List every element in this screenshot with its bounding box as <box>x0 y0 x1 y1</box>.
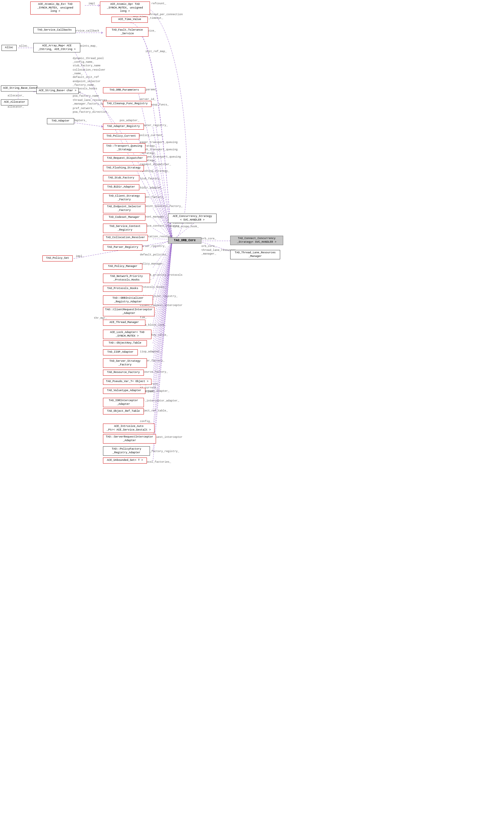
svg-text:dynamic_thread_pool: dynamic_thread_pool <box>73 57 104 60</box>
node-tao-parser-registry: TAO_Parser_Registry <box>103 245 142 251</box>
svg-text:flush_transport_queuing: flush_transport_queuing <box>140 148 177 151</box>
svg-line-35 <box>70 122 103 127</box>
node-tao-policy-factory-registry-adapter: TAO::PolicyFactory _Registry_Adapter <box>103 446 150 456</box>
node-tao-fault-tolerance-service: TAO_Fault_Tolerance _Service <box>106 27 148 37</box>
node-tao-bidir-adapter: TAO_BiDir_Adapter <box>103 184 139 190</box>
svg-text:default_init_ref: default_init_ref <box>73 76 99 79</box>
node-ace-concurrency-strategy: ACE_Concurrency_Strategy < SVC_HANDLER > <box>168 214 216 223</box>
svg-text:poa_factory_name: poa_factory_name <box>73 94 99 97</box>
node-tao-network-priority: TAO_Network_Priority _Protocols_Hooks <box>103 274 150 283</box>
svg-line-114 <box>153 242 172 382</box>
svg-text:thr_mgr_: thr_mgr_ <box>94 317 107 320</box>
svg-text:_timeout_: _timeout_ <box>148 17 163 20</box>
svg-text:endpoint_selector_factory_: endpoint_selector_factory_ <box>140 205 183 208</box>
svg-line-105 <box>153 242 172 289</box>
svg-text:_manager_: _manager_ <box>201 253 216 256</box>
svg-text:protocols_hooks_: protocols_hooks_ <box>140 286 166 289</box>
svg-text:endpoint_selector: endpoint_selector <box>73 80 100 83</box>
svg-line-67 <box>153 178 172 239</box>
svg-text:_name_: _name_ <box>72 72 83 75</box>
svg-text:policy_manager_: policy_manager_ <box>140 263 165 266</box>
node-alloc: Alloc <box>2 45 17 51</box>
node-tao-orbinitializer-registry-adapter: TAO::ORBInitializer _Registry_Adapter <box>103 296 153 305</box>
svg-line-116 <box>153 242 172 401</box>
node-ace-thread-manager: ACE_Thread_Manager <box>103 320 145 326</box>
node-tao-adapter: TAO_Adapter <box>47 118 74 124</box>
svg-text:stub_factory_name: stub_factory_name <box>73 64 100 67</box>
svg-text:pref_network_: pref_network_ <box>73 107 94 110</box>
svg-line-115 <box>153 242 172 391</box>
svg-line-65 <box>153 160 172 239</box>
svg-text:policy_current_: policy_current_ <box>139 134 164 137</box>
svg-text:stub_factory_: stub_factory_ <box>140 177 161 180</box>
svg-text:allocator_: allocator_ <box>8 105 24 108</box>
svg-text:server_id_: server_id_ <box>139 98 156 101</box>
svg-text:tim_: tim_ <box>140 316 146 319</box>
node-tao-collocation-resolver: TAO_Collocation_Resolver <box>103 235 148 241</box>
svg-text:impl_: impl_ <box>76 255 84 258</box>
svg-text:allocator_: allocator_ <box>8 94 24 97</box>
svg-text:init_ref_map_: init_ref_map_ <box>145 50 167 53</box>
svg-text:iiop_adapter_: iiop_adapter_ <box>140 350 161 353</box>
svg-text:resource_factory_: resource_factory_ <box>140 371 168 374</box>
svg-line-70 <box>153 209 172 239</box>
node-tao-iiop-adapter: TAO_IIOP_Adapter <box>103 349 138 355</box>
node-tao-orb-core: TAO_ORB_Core <box>168 237 201 244</box>
svg-line-104 <box>153 242 172 279</box>
node-ace-time-value: ACE_Time_Value <box>111 17 148 23</box>
svg-text:orb_core_: orb_core_ <box>201 245 216 248</box>
svg-text:adapters_: adapters_ <box>72 119 87 122</box>
node-tao-endpoint-selector-factory: TAO_Endpoint_Selector _Factory <box>103 204 145 213</box>
svg-text:refcount_: refcount_ <box>151 2 166 5</box>
svg-text:object_ref_table_: object_ref_table_ <box>140 409 168 412</box>
svg-line-108 <box>153 242 172 324</box>
node-ace-allocator: ACE_Allocator <box>1 99 28 105</box>
node-ace-atomic-op: ACE_Atomic_Op< TAO _SYNCH_MUTEX, unsigne… <box>100 2 150 15</box>
node-tao-resource-factory: TAO_Resource_Factory <box>103 370 144 376</box>
svg-text:pos_adapter_: pos_adapter_ <box>120 119 139 122</box>
svg-text:eager_transport_queuing: eager_transport_queuing <box>140 141 177 144</box>
svg-line-107 <box>153 242 172 312</box>
svg-text:ior_interceptor_adapter_: ior_interceptor_adapter_ <box>140 399 179 402</box>
node-ace-unbounded-set-t: ACE_Unbounded_Set< T > <box>103 457 147 464</box>
node-tao-policy-manager: TAO_Policy_Manager <box>103 264 142 270</box>
node-tao-client-strategy-factory: TAO_Client_Strategy _Factory <box>103 193 145 203</box>
node-tao-service-context-registry: TAO_Service_Context _Registry <box>103 224 147 233</box>
node-tao-valuetype-adapter: TAO_Valuetype_Adapter <box>103 388 145 394</box>
node-tao-policy-set: TAO_Policy_Set <box>42 256 73 262</box>
svg-line-103 <box>153 242 172 268</box>
node-tao-client-request-interceptor-adapter: TAO::ClientRequestInterceptor _Adapter <box>103 307 154 316</box>
svg-text:thread_per_connection: thread_per_connection <box>148 13 183 16</box>
svg-text:_factory_name_: _factory_name_ <box>72 84 96 87</box>
svg-text:orb_core_: orb_core_ <box>201 237 216 240</box>
svg-line-112 <box>153 242 172 362</box>
svg-text:poa_factory_directive_: poa_factory_directive_ <box>73 111 109 114</box>
node-tao-policy-current: TAO_Policy_Current <box>103 133 139 139</box>
node-ace-array-map: ACE_Array_Map< ACE _CString, ACE_CString… <box>33 43 80 52</box>
node-tao-request-dispatcher: TAO_Request_Dispatcher <box>103 155 147 161</box>
svg-text:alloc_: alloc_ <box>19 45 29 48</box>
node-tao-server-strategy-factory: TAO_Server_Strategy _Factory <box>103 358 147 368</box>
svg-line-117 <box>153 242 172 411</box>
svg-text:default_policies_: default_policies_ <box>140 253 168 256</box>
svg-line-66 <box>153 169 172 239</box>
node-ace-lock-adapter: ACE_Lock_Adapter< TAO _SYNCH_MUTEX > <box>103 330 151 339</box>
svg-text:adapter_registry_: adapter_registry_ <box>140 124 168 127</box>
svg-text:request_dispatcher_: request_dispatcher_ <box>140 163 171 166</box>
node-tao-adapter-registry: TAO_Adapter_Registry <box>103 124 144 130</box>
node-tao-object-ref-table: TAO_Object_Ref_Table <box>103 408 144 414</box>
svg-line-110 <box>153 242 172 343</box>
svg-line-118 <box>153 242 172 428</box>
svg-text:thread_lane_resources: thread_lane_resources <box>73 99 107 102</box>
node-tao-stub-factory: TAO_Stub_Factory <box>103 175 139 181</box>
node-tao-pseudo-var-t-object: TAO_Pseudo_Var_T< Object > <box>103 379 151 385</box>
svg-line-64 <box>153 148 172 239</box>
node-tao-objectkey-table: TAO::ObjectKey_Table <box>103 340 147 346</box>
svg-text:impl: impl <box>88 2 95 5</box>
node-tao-thread-lane-resources-manager: TAO_Thread_Lane_Resources _Manager <box>230 250 280 259</box>
node-tao-server-request-interceptor-adapter: TAO::ServerRequestInterceptor _Adapter <box>103 434 156 444</box>
node-tao-protocols-hooks: TAO_Protocols_Hooks <box>103 286 142 292</box>
svg-text:collocation_resolver: collocation_resolver <box>73 68 105 71</box>
svg-text:sync_scope_hook_: sync_scope_hook_ <box>173 225 199 228</box>
svg-line-113 <box>153 242 172 373</box>
